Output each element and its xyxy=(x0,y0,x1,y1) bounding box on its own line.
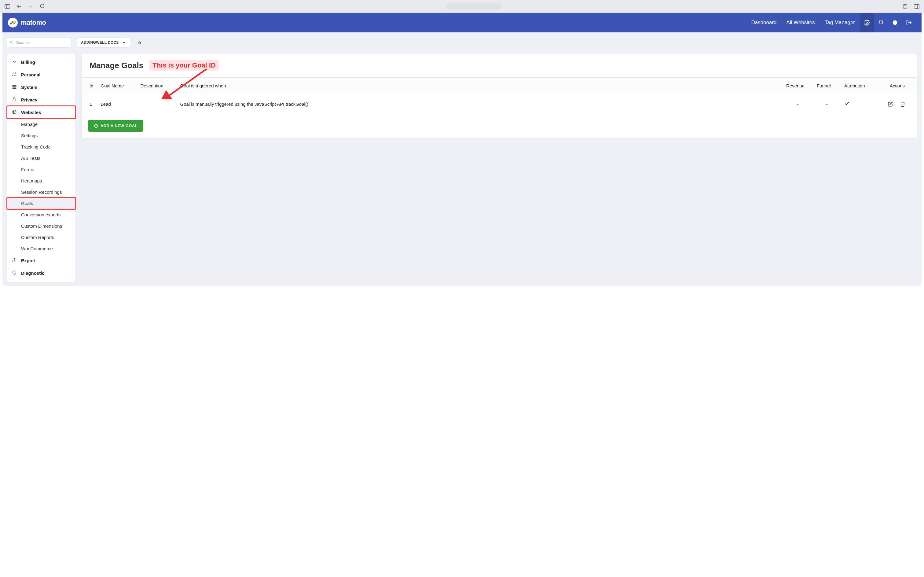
search-input[interactable] xyxy=(16,40,68,45)
cell-actions xyxy=(874,94,917,114)
bell-icon[interactable] xyxy=(874,13,888,32)
search-icon xyxy=(10,40,13,45)
collapse-toggle[interactable] xyxy=(136,39,143,47)
svg-rect-16 xyxy=(895,21,895,22)
sidebar-sub-session-recordings[interactable]: Session Recordings xyxy=(7,187,76,198)
sidebar-sub-settings[interactable]: Settings xyxy=(7,130,76,141)
nav-all-websites[interactable]: All Websites xyxy=(782,13,820,32)
search-box[interactable] xyxy=(7,37,71,48)
sidebar-item-system[interactable]: System xyxy=(7,81,76,93)
lock-icon xyxy=(12,97,17,103)
cell-attribution xyxy=(840,94,874,114)
col-id: Id xyxy=(82,77,97,94)
svg-rect-25 xyxy=(13,99,16,101)
cell-description xyxy=(137,94,177,114)
shield-icon xyxy=(12,270,17,276)
sidebar-sub-label: Conversion exports xyxy=(21,212,61,217)
chevron-double-up-icon xyxy=(137,40,142,45)
logo-text: matomo xyxy=(21,19,46,27)
chevron-down-icon xyxy=(122,40,126,45)
callout-goal-id: This is your Goal ID xyxy=(150,60,219,71)
sidebar-sub-goals[interactable]: Goals xyxy=(7,198,76,209)
sidebar-item-export[interactable]: Export xyxy=(7,254,76,267)
sidebar-sub-heatmaps[interactable]: Heatmaps xyxy=(7,175,76,187)
cell-trigger: Goal is manually triggered using the Jav… xyxy=(177,94,782,114)
cell-funnel: - xyxy=(813,94,840,114)
sidebar-sub-label: WooCommerce xyxy=(21,246,53,251)
goals-table: Id Goal Name Description Goal is trigger… xyxy=(82,77,917,114)
sidebar-sub-label: Heatmaps xyxy=(21,178,42,184)
nav-dashboard[interactable]: Dashboard xyxy=(746,13,781,32)
sidebar-sub-woocommerce[interactable]: WooCommerce xyxy=(7,243,76,254)
main-content: Manage Goals This is your Goal ID xyxy=(81,53,917,139)
sidebar-sub-conversion-exports[interactable]: Conversion exports xyxy=(7,209,76,220)
svg-point-20 xyxy=(13,73,14,74)
sidebar-sub-manage[interactable]: Manage xyxy=(7,119,76,130)
sidebar-item-privacy[interactable]: Privacy xyxy=(7,93,76,106)
card-footer: ADD A NEW GOAL xyxy=(82,114,917,139)
sidebar-item-diagnostic[interactable]: Diagnostic xyxy=(7,267,76,279)
reload-icon[interactable] xyxy=(39,3,45,10)
logo[interactable]: matomo xyxy=(8,18,46,27)
sidebar-item-label: System xyxy=(21,85,37,90)
cell-revenue: - xyxy=(782,94,813,114)
sidebar-item-billing[interactable]: Billing xyxy=(7,56,76,68)
forward-icon xyxy=(27,3,34,10)
sidebar-item-label: Personal xyxy=(21,72,40,77)
back-icon[interactable] xyxy=(16,3,22,10)
manage-goals-card: Manage Goals This is your Goal ID xyxy=(81,53,917,139)
secondary-bar: ADDINGWELL DOCS xyxy=(2,32,922,48)
info-icon[interactable] xyxy=(888,13,902,32)
sidebar-sub-label: Custom Reports xyxy=(21,235,54,240)
sidebar-sub-label: Forms xyxy=(21,167,34,172)
sidebar-sub-label: Settings xyxy=(21,133,38,138)
svg-rect-4 xyxy=(903,5,907,8)
cell-name: Lead xyxy=(97,94,137,114)
chevron-down-icon xyxy=(12,59,17,65)
trash-icon[interactable] xyxy=(900,102,905,107)
sidebar-sub-label: Session Recordings xyxy=(21,190,62,195)
col-funnel: Funnel xyxy=(813,77,840,94)
svg-line-19 xyxy=(12,43,13,44)
svg-point-9 xyxy=(10,23,11,24)
col-actions: Actions xyxy=(874,77,917,94)
logo-mark-icon xyxy=(8,18,18,27)
edit-icon[interactable] xyxy=(888,102,893,107)
sidebar-sub-ab-tests[interactable]: A/B Tests xyxy=(7,153,76,164)
sidebar-item-websites[interactable]: Websites xyxy=(7,106,76,119)
check-icon xyxy=(844,101,850,106)
sidebar-toggle-icon[interactable] xyxy=(4,3,10,10)
sidebar: BillingPersonalSystemPrivacyWebsitesMana… xyxy=(7,53,76,282)
sidebar-sub-forms[interactable]: Forms xyxy=(7,164,76,175)
share-icon xyxy=(12,258,17,263)
svg-rect-15 xyxy=(895,22,895,24)
globe-icon xyxy=(12,110,17,115)
address-bar[interactable] xyxy=(446,3,501,10)
topnav: matomo Dashboard All Websites Tag Manage… xyxy=(2,13,922,32)
sidebar-sub-custom-reports[interactable]: Custom Reports xyxy=(7,232,76,243)
gear-icon[interactable] xyxy=(860,13,874,32)
svg-point-11 xyxy=(13,23,14,24)
svg-point-13 xyxy=(866,22,868,24)
sidebar-item-personal[interactable]: Personal xyxy=(7,68,76,81)
sidebar-sub-custom-dimensions[interactable]: Custom Dimensions xyxy=(7,220,76,232)
panel-right-icon[interactable] xyxy=(914,3,920,10)
col-attribution: Attribution xyxy=(840,77,874,94)
site-selector-label: ADDINGWELL DOCS xyxy=(81,40,119,45)
nav-tag-manager[interactable]: Tag Manager xyxy=(820,13,860,32)
sidebar-sub-label: Goals xyxy=(21,201,33,206)
svg-point-10 xyxy=(11,21,13,23)
svg-point-12 xyxy=(14,21,16,23)
users-icon xyxy=(12,72,17,77)
site-selector[interactable]: ADDINGWELL DOCS xyxy=(77,37,130,48)
svg-point-18 xyxy=(10,41,12,43)
lines-icon xyxy=(12,84,17,90)
sidebar-sub-label: A/B Tests xyxy=(21,156,40,161)
sidebar-item-label: Privacy xyxy=(21,97,37,102)
logout-icon[interactable] xyxy=(902,13,916,32)
cell-id: 1 xyxy=(82,94,97,114)
share-icon[interactable] xyxy=(902,3,908,10)
add-new-goal-button[interactable]: ADD A NEW GOAL xyxy=(88,120,143,132)
svg-rect-22 xyxy=(13,85,16,86)
sidebar-sub-tracking-code[interactable]: Tracking Code xyxy=(7,141,76,153)
